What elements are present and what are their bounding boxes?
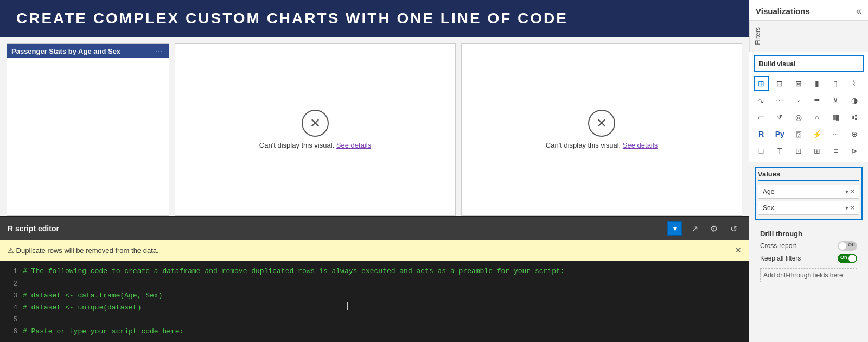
cross-report-toggle[interactable]: Off xyxy=(838,241,857,251)
viz-icons-grid: ⊞ ⊟ ⊠ ▮ ▯ ⌇ ∿ ⋯ ⩘ ≣ ⊻ ◑ ▭ ⧩ ◎ ○ ▦ ⑆ R Py… xyxy=(754,76,864,159)
viz-icon-decomp[interactable]: ⑆ xyxy=(847,110,862,125)
values-box: Values Age ▾ × Sex ▾ × xyxy=(755,167,863,220)
chart-3-error-icon: ✕ xyxy=(588,110,615,137)
viz-icon-scatter[interactable]: ⋯ xyxy=(772,93,787,108)
code-line-5: 5 xyxy=(8,314,741,326)
warning-text: ⚠ Duplicate rows will be removed from th… xyxy=(8,246,159,255)
viz-icon-smart[interactable]: ⚡ xyxy=(809,126,825,142)
script-editor-controls: ▾ ↗ ⚙ ↺ xyxy=(667,221,741,236)
values-section: Values Age ▾ × Sex ▾ × Drill through xyxy=(749,162,868,342)
viz-icon-py[interactable]: Py xyxy=(772,126,787,142)
chart-2-error-icon: ✕ xyxy=(302,110,329,137)
viz-icon-button[interactable]: ⊡ xyxy=(791,143,806,159)
value-field-sex: Sex ▾ × xyxy=(758,201,859,215)
charts-area: Passenger Stats by Age and Sex ··· ✕ Can… xyxy=(0,37,749,216)
chart-2-error-text: Can't display this visual. See details xyxy=(259,141,371,149)
chart-2-see-details-link[interactable]: See details xyxy=(336,141,371,149)
value-field-age: Age ▾ × xyxy=(758,185,859,199)
sex-expand-btn[interactable]: ▾ xyxy=(845,204,848,212)
viz-icon-waterfall[interactable]: ≣ xyxy=(809,93,825,108)
add-drill-through-btn[interactable]: Add drill-through fields here xyxy=(760,268,857,282)
code-area[interactable]: 1 # The following code to create a dataf… xyxy=(0,261,749,342)
viz-icon-filter[interactable]: ⧩ xyxy=(772,110,787,125)
chart-1-title: Passenger Stats by Age and Sex xyxy=(11,47,120,55)
filters-tab[interactable]: Filters xyxy=(749,21,766,52)
right-panel: Visualizations « Filters Build visual ⊞ … xyxy=(749,0,868,342)
keep-all-filters-label: Keep all filters xyxy=(760,255,801,262)
age-expand-btn[interactable]: ▾ xyxy=(845,188,848,195)
viz-tabs: Build visual ⊞ ⊟ ⊠ ▮ ▯ ⌇ ∿ ⋯ ⩘ ≣ ⊻ ◑ ▭ ⧩… xyxy=(749,52,868,162)
age-field-name: Age xyxy=(763,188,774,195)
viz-icon-matrix[interactable]: ⊟ xyxy=(772,76,787,91)
viz-icon-donut[interactable]: ○ xyxy=(809,110,825,125)
script-editor-title: R script editor xyxy=(8,224,59,233)
viz-icon-ribbon[interactable]: ⩘ xyxy=(791,93,806,108)
editor-refresh-btn[interactable]: ↺ xyxy=(726,221,741,236)
viz-icon-map[interactable]: ◎ xyxy=(791,110,806,125)
viz-icon-col[interactable]: ▯ xyxy=(828,76,843,91)
keep-all-filters-toggle[interactable]: On xyxy=(838,254,857,263)
warning-bar: ⚠ Duplicate rows will be removed from th… xyxy=(0,240,749,261)
chart-1-title-bar: Passenger Stats by Age and Sex ··· xyxy=(7,44,169,58)
viz-icon-ai[interactable]: ⊕ xyxy=(847,126,862,142)
viz-icon-line[interactable]: ⌇ xyxy=(847,76,862,91)
cross-report-label: Cross-report xyxy=(760,242,796,250)
viz-icon-nav[interactable]: ≡ xyxy=(828,143,843,159)
viz-icon-area[interactable]: ∿ xyxy=(754,93,769,108)
editor-edit-btn[interactable]: ↗ xyxy=(687,221,702,236)
warning-close-btn[interactable]: × xyxy=(735,245,741,256)
script-editor-header: R script editor ▾ ↗ ⚙ ↺ xyxy=(0,217,749,240)
chart-3: ✕ Can't display this visual. See details xyxy=(461,43,742,216)
drill-through-label: Drill through xyxy=(760,230,857,238)
viz-icon-bar[interactable]: ▮ xyxy=(809,76,825,91)
keep-all-filters-row: Keep all filters On xyxy=(760,254,857,263)
chart-2: ✕ Can't display this visual. See details xyxy=(175,43,456,216)
viz-icon-more2[interactable]: ··· xyxy=(828,126,843,142)
viz-icon-paginator[interactable]: ⊳ xyxy=(847,143,862,159)
code-line-4: 4 # dataset <- unique(dataset) xyxy=(8,302,741,314)
viz-icon-qna[interactable]: ⍰ xyxy=(791,126,806,142)
viz-icon-kpi[interactable]: ⊠ xyxy=(791,76,806,91)
code-line-6: 6 # Paste or type your script code here: xyxy=(8,326,741,338)
chart-3-error-text: Can't display this visual. See details xyxy=(546,141,658,149)
chart-1: Passenger Stats by Age and Sex ··· xyxy=(7,43,169,216)
viz-icon-text[interactable]: T xyxy=(772,143,787,159)
viz-icon-img[interactable]: ⊞ xyxy=(809,143,825,159)
editor-expand-btn[interactable]: ▾ xyxy=(667,221,682,236)
code-line-2: 2 xyxy=(8,278,741,290)
right-panel-header: Visualizations « xyxy=(749,0,868,21)
viz-icon-r[interactable]: R xyxy=(754,126,769,142)
script-editor-section: R script editor ▾ ↗ ⚙ ↺ ⚠ Duplicate rows… xyxy=(0,216,749,342)
code-line-3: 3 # dataset <- data.frame(Age, Sex) xyxy=(8,290,741,302)
right-panel-title: Visualizations xyxy=(756,7,810,16)
chart-1-more-btn[interactable]: ··· xyxy=(154,47,164,55)
viz-icon-shape[interactable]: □ xyxy=(754,143,769,159)
viz-icon-gauge[interactable]: ◑ xyxy=(847,93,862,108)
sex-field-name: Sex xyxy=(763,204,774,212)
age-remove-btn[interactable]: × xyxy=(851,188,854,195)
build-visual-tab[interactable]: Build visual xyxy=(759,60,795,68)
drill-section: Drill through Cross-report Off Keep all … xyxy=(755,225,863,287)
header-banner: CREATE COMPLEX CUSTOM CHARTS WITH ONE LI… xyxy=(0,0,749,37)
viz-icon-card[interactable]: ▭ xyxy=(754,110,769,125)
viz-icon-table[interactable]: ⊞ xyxy=(754,76,769,91)
sex-remove-btn[interactable]: × xyxy=(851,204,854,212)
viz-icon-treemap[interactable]: ▦ xyxy=(828,110,843,125)
code-line-1: 1 # The following code to create a dataf… xyxy=(8,265,741,277)
values-label: Values xyxy=(758,170,859,181)
panel-collapse-btn[interactable]: « xyxy=(856,5,861,17)
editor-settings-btn[interactable]: ⚙ xyxy=(706,221,722,236)
cross-report-row: Cross-report Off xyxy=(760,241,857,251)
viz-icon-funnel[interactable]: ⊻ xyxy=(828,93,843,108)
chart-3-see-details-link[interactable]: See details xyxy=(623,141,658,149)
